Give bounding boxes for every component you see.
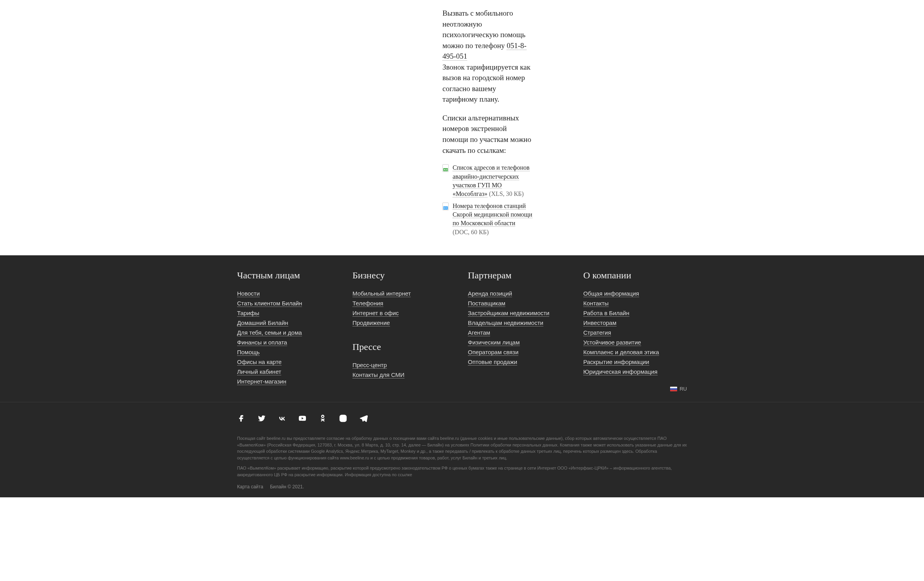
footer-col-business-press: Бизнесу Мобильный интернетТелефонияИнтер…	[352, 270, 456, 388]
footer-link-item: Мобильный интернет	[352, 290, 456, 297]
footer-link-item: Личный кабинет	[237, 368, 341, 375]
footer-links: НовостиСтать клиентом БилайнТарифыДомашн…	[237, 290, 341, 385]
footer-link[interactable]: Владельцам недвижимости	[468, 319, 543, 326]
footer-heading: Прессе	[352, 342, 456, 352]
footer-link-item: Поставщикам	[468, 300, 572, 307]
facebook-icon	[237, 414, 246, 423]
vk-icon	[278, 414, 286, 423]
footer-link-item: Пресс-центр	[352, 362, 456, 368]
footer-link[interactable]: Мобильный интернет	[352, 290, 411, 297]
download-list: Список адресов и телефонов аварийно-дисп…	[442, 163, 532, 237]
footer-link[interactable]: Раскрытие информации	[583, 359, 649, 366]
russia-flag-icon	[670, 387, 677, 391]
file-meta: (DOC, 60 КБ)	[453, 229, 489, 235]
footer-links: Общая информацияКонтактыРабота в БилайнИ…	[583, 290, 687, 375]
footer-col-partners: Партнерам Аренда позицийПоставщикамЗастр…	[468, 270, 572, 388]
footer-link-item: Инвесторам	[583, 319, 687, 326]
twitter-icon	[257, 414, 266, 423]
footer-link[interactable]: Контакты	[583, 300, 609, 307]
footer-link-item: Аренда позиций	[468, 290, 572, 297]
social-row	[237, 414, 687, 424]
footer-heading: Бизнесу	[352, 270, 456, 281]
footer-link[interactable]: Новости	[237, 290, 260, 297]
footer-heading: Партнерам	[468, 270, 572, 281]
footer-link[interactable]: Продвижение	[352, 319, 390, 326]
footer-link-item: Помощь	[237, 349, 341, 355]
ok-link[interactable]	[318, 414, 327, 424]
odnoklassniki-icon	[318, 414, 327, 423]
file-meta: (XLS, 30 КБ)	[487, 190, 524, 197]
footer-col-consumers: Частным лицам НовостиСтать клиентом Била…	[237, 270, 341, 388]
footer-link[interactable]: Финансы и оплата	[237, 339, 287, 346]
footer-heading: Частным лицам	[237, 270, 341, 281]
facebook-link[interactable]	[237, 414, 246, 424]
instagram-icon	[339, 414, 347, 423]
footer-link[interactable]: Для тебя, семьи и дома	[237, 329, 302, 336]
footer-link[interactable]: Устойчивое развитие	[583, 339, 641, 346]
footer-link[interactable]: Агентам	[468, 329, 490, 336]
footer-link[interactable]: Офисы на карте	[237, 359, 282, 366]
footer-link[interactable]: Комплаенс и деловая этика	[583, 349, 659, 356]
sitemap-link[interactable]: Карта сайта	[237, 484, 263, 490]
main-content: Вызвать с мобильного неотложную психолог…	[274, 0, 650, 255]
psych-help-paragraph: Вызвать с мобильного неотложную психолог…	[442, 8, 532, 105]
youtube-link[interactable]	[298, 414, 307, 424]
footer-link[interactable]: Операторам связи	[468, 349, 518, 356]
telegram-link[interactable]	[359, 414, 368, 424]
footer-link-item: Контакты для СМИ	[352, 371, 456, 378]
instagram-link[interactable]	[339, 414, 347, 424]
footer-link-item: Интернет-магазин	[237, 378, 341, 385]
footer-link[interactable]: Юридическая информация	[583, 368, 658, 375]
footer-link-item: Домашний Билайн	[237, 319, 341, 326]
footer-col-about: О компании Общая информацияКонтактыРабот…	[583, 270, 687, 388]
footer-link-item: Оптовые продажи	[468, 359, 572, 365]
footer-link-item: Физическим лицам	[468, 339, 572, 346]
twitter-link[interactable]	[257, 414, 266, 424]
footer-link-item: Финансы и оплата	[237, 339, 341, 346]
legal-text-1: Посещая сайт beeline.ru вы предоставляет…	[237, 435, 687, 461]
footer-link[interactable]: Контакты для СМИ	[352, 371, 404, 378]
language-label: RU	[680, 386, 687, 392]
footer-link-item: Застройщикам недвижимости	[468, 310, 572, 316]
footer-link-item: Новости	[237, 290, 341, 297]
footer-link[interactable]: Телефония	[352, 300, 383, 307]
footer-link[interactable]: Застройщикам недвижимости	[468, 310, 549, 317]
footer-link[interactable]: Помощь	[237, 349, 260, 356]
youtube-icon	[298, 414, 307, 423]
footer-link-item: Для тебя, семьи и дома	[237, 329, 341, 336]
legal-text-2: ПАО «ВымпелКом» раскрывает информацию, р…	[237, 465, 687, 478]
footer-link[interactable]: Интернет в офис	[352, 310, 399, 317]
footer-link[interactable]: Тарифы	[237, 310, 259, 317]
footer-link-item: Раскрытие информации	[583, 359, 687, 365]
footer-link[interactable]: Оптовые продажи	[468, 359, 517, 366]
footer-link[interactable]: Аренда позиций	[468, 290, 512, 297]
language-selector[interactable]: RU	[670, 386, 687, 392]
footer-link-item: Юридическая информация	[583, 368, 687, 375]
footer-link[interactable]: Общая информация	[583, 290, 639, 297]
footer-link[interactable]: Поставщикам	[468, 300, 505, 307]
footer-link[interactable]: Инвесторам	[583, 319, 617, 326]
footer-link[interactable]: Стать клиентом Билайн	[237, 300, 302, 307]
footer-link[interactable]: Физическим лицам	[468, 339, 520, 346]
footer-link[interactable]: Работа в Билайн	[583, 310, 629, 317]
footer-link[interactable]: Пресс-центр	[352, 362, 387, 369]
footer-link-item: Устойчивое развитие	[583, 339, 687, 346]
footer-link-item: Стратегия	[583, 329, 687, 336]
footer-link[interactable]: Стратегия	[583, 329, 611, 336]
footer-link-item: Офисы на карте	[237, 359, 341, 365]
telegram-icon	[359, 414, 368, 423]
vk-link[interactable]	[278, 414, 286, 424]
footer-link-item: Общая информация	[583, 290, 687, 297]
svg-point-1	[342, 417, 344, 420]
footer-link[interactable]: Личный кабинет	[237, 368, 281, 375]
footer-links: Аренда позицийПоставщикамЗастройщикам не…	[468, 290, 572, 365]
footer-bottom-line: Карта сайта Билайн © 2021.	[237, 484, 687, 490]
copyright: Билайн © 2021.	[270, 484, 304, 490]
footer-link[interactable]: Домашний Билайн	[237, 319, 288, 326]
footer-link-item: Работа в Билайн	[583, 310, 687, 316]
footer-link[interactable]: Интернет-магазин	[237, 378, 286, 385]
footer-link-item: Контакты	[583, 300, 687, 307]
footer-link-item: Операторам связи	[468, 349, 572, 355]
download-link[interactable]: Номера телефонов станций Скорой медицинс…	[453, 203, 532, 227]
footer-heading: О компании	[583, 270, 687, 281]
